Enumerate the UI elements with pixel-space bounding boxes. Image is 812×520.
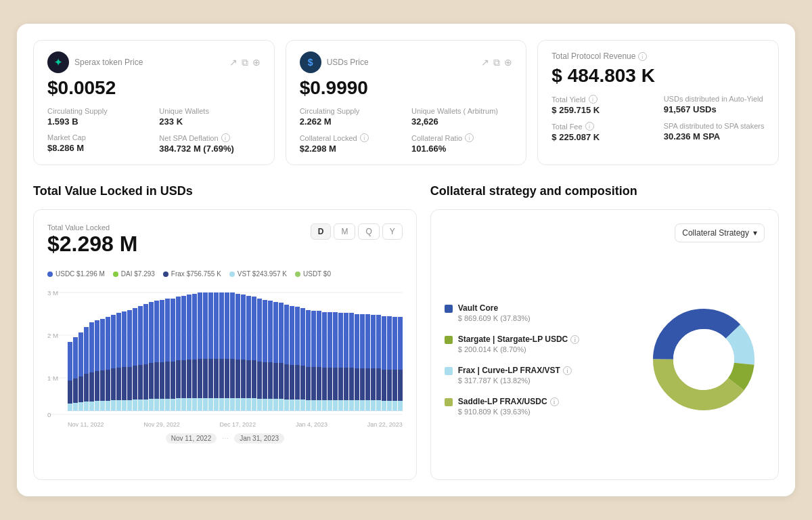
- copy-icon[interactable]: ⧉: [242, 57, 248, 68]
- stargate-info-icon[interactable]: i: [570, 335, 579, 344]
- sperax-card: ✦ Sperax token Price ↗ ⧉ ⊕ $0.0052 Circu…: [33, 40, 275, 165]
- usds-actions[interactable]: ↗ ⧉ ⊕: [481, 57, 512, 68]
- bar-frax: [143, 364, 148, 399]
- frax-legend-label: Frax $756.755 K: [171, 270, 221, 278]
- usds-wallets-label: Unique Wallets ( Arbitrum): [411, 107, 512, 115]
- bar-vst: [300, 399, 305, 411]
- bar-usdc: [387, 316, 392, 370]
- bar-usdc: [355, 314, 359, 368]
- saddle-color: [445, 398, 453, 406]
- bar-frax: [252, 360, 256, 398]
- bar-frax: [387, 370, 392, 401]
- bar-frax: [208, 359, 213, 398]
- bar-vst: [143, 399, 148, 411]
- collateral-locked-info-icon[interactable]: i: [360, 133, 369, 142]
- bar-vst: [111, 400, 116, 411]
- usds-external-link-icon[interactable]: ↗: [481, 57, 489, 68]
- bar-usdc: [214, 292, 219, 359]
- bar-vst: [246, 398, 251, 411]
- bar-vst: [192, 398, 197, 411]
- sperax-market-cap: Market Cap $8.286 M: [47, 133, 148, 154]
- bar-group: [84, 286, 89, 411]
- bar-group: [127, 286, 132, 411]
- bar-usdc: [328, 312, 332, 368]
- spa-distributed: SPA distributed to SPA stakers 30.236 M …: [664, 122, 765, 142]
- collateral-strategy-dropdown[interactable]: Collateral Strategy ▾: [675, 223, 765, 242]
- legend-dai: DAI $7.293: [113, 270, 155, 278]
- bar-frax: [306, 367, 311, 400]
- bar-vst: [392, 401, 397, 411]
- bar-usdc: [284, 305, 289, 364]
- usds-collateral-locked-label: Collateral Locked i: [300, 133, 401, 142]
- saddle-info-icon[interactable]: i: [550, 397, 559, 406]
- bar-group: [219, 286, 224, 411]
- period-y-button[interactable]: Y: [382, 223, 403, 240]
- bar-frax: [133, 366, 137, 399]
- bar-group: [171, 286, 175, 411]
- bar-usdc: [219, 292, 224, 359]
- bar-group: [225, 286, 229, 411]
- bar-vst: [290, 399, 294, 411]
- usdc-legend-label: USDC $1.296 M: [55, 270, 105, 278]
- collateral-ratio-info-icon[interactable]: i: [465, 133, 474, 142]
- legend-usdt: USDT $0: [295, 270, 331, 278]
- period-m-button[interactable]: M: [334, 223, 355, 240]
- bar-vst: [306, 400, 311, 411]
- sperax-market-cap-value: $8.286 M: [47, 143, 148, 153]
- total-fee-info-icon[interactable]: i: [585, 122, 594, 131]
- bar-frax: [111, 368, 116, 400]
- svg-text:3 M: 3 M: [47, 290, 58, 297]
- bar-group: [176, 286, 181, 411]
- frax-info-icon[interactable]: i: [563, 366, 572, 375]
- period-d-button[interactable]: D: [311, 223, 332, 240]
- usds-collateral-ratio-value: 101.66%: [411, 144, 512, 154]
- bar-group: [230, 286, 235, 411]
- external-link-icon[interactable]: ↗: [229, 57, 238, 68]
- tvl-section-title: Total Value Locked in USDs: [33, 184, 417, 198]
- add-icon[interactable]: ⊕: [252, 57, 261, 68]
- coll-item-stargate: Stargate | Stargate-LP USDC i $ 200.014 …: [445, 334, 643, 353]
- sperax-actions[interactable]: ↗ ⧉ ⊕: [229, 57, 261, 68]
- sperax-stats: Circulating Supply 1.593 B Unique Wallet…: [47, 107, 261, 154]
- bar-usdc: [143, 304, 148, 364]
- bar-vst: [241, 398, 246, 411]
- bar-usdc: [95, 320, 99, 371]
- bar-frax: [235, 360, 240, 398]
- usds-collateral-ratio: Collateral Ratio i 101.66%: [411, 133, 512, 154]
- usds-copy-icon[interactable]: ⧉: [493, 57, 500, 68]
- bar-group: [279, 286, 284, 411]
- vst-legend-label: VST $243.957 K: [238, 270, 287, 278]
- stats-row: ✦ Sperax token Price ↗ ⧉ ⊕ $0.0052 Circu…: [33, 40, 779, 165]
- usds-add-icon[interactable]: ⊕: [504, 57, 512, 68]
- bar-vst: [73, 403, 78, 411]
- bar-frax: [300, 366, 305, 399]
- bar-usdc: [149, 302, 154, 363]
- x-labels: Nov 11, 2022 Nov 29, 2022 Dec 17, 2022 J…: [68, 421, 403, 428]
- sperax-circ-supply-value: 1.593 B: [47, 116, 148, 127]
- net-spa-info-icon[interactable]: i: [221, 133, 230, 142]
- bar-usdc: [290, 306, 294, 365]
- bar-frax: [279, 363, 284, 399]
- revenue-info-icon[interactable]: i: [638, 52, 647, 61]
- bar-vst: [154, 399, 159, 411]
- coll-item-saddle: Saddle-LP FRAX/USDC i $ 910.809 K (39.63…: [445, 397, 643, 416]
- period-buttons[interactable]: D M Q Y: [311, 223, 403, 240]
- period-q-button[interactable]: Q: [358, 223, 379, 240]
- spa-distributed-label: SPA distributed to SPA stakers: [664, 122, 765, 130]
- total-yield-info-icon[interactable]: i: [589, 95, 597, 104]
- bar-vst: [355, 400, 359, 411]
- bar-usdc: [230, 292, 235, 359]
- bar-usdc: [295, 307, 300, 365]
- bar-frax: [116, 368, 121, 400]
- range-start: Nov 11, 2022: [166, 433, 217, 443]
- bar-usdc: [246, 296, 251, 360]
- dai-legend-label: DAI $7.293: [121, 270, 155, 278]
- sperax-net-spa: Net SPA Deflation i 384.732 M (7.69%): [159, 133, 260, 154]
- bar-group: [73, 286, 78, 411]
- bar-vst: [106, 401, 110, 411]
- saddle-value: $ 910.809 K (39.63%): [458, 408, 559, 416]
- bar-frax: [171, 362, 175, 399]
- bar-frax: [230, 359, 235, 398]
- bar-usdc: [371, 315, 376, 368]
- usds-price: $0.9990: [300, 77, 513, 99]
